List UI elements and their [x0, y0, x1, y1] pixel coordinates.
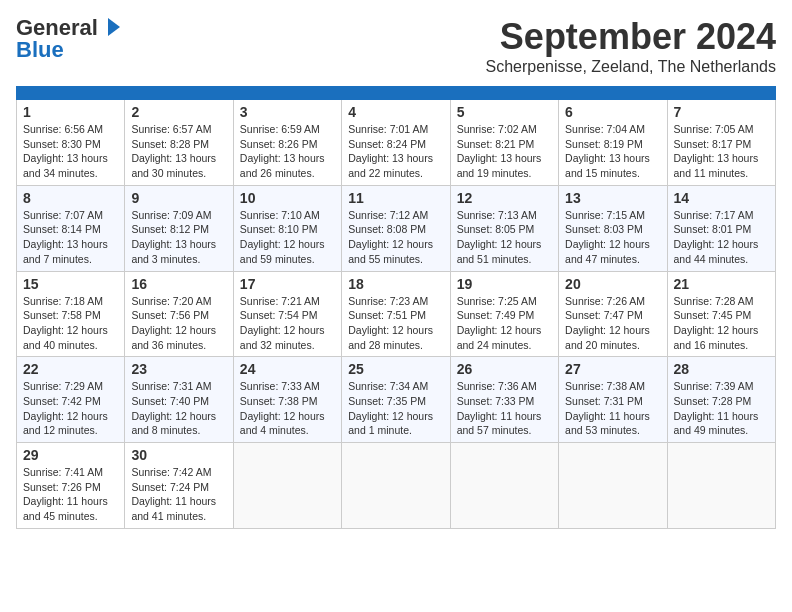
sunset: Sunset: 8:10 PM — [240, 222, 335, 237]
day-info: Sunrise: 7:01 AM Sunset: 8:24 PM Dayligh… — [348, 122, 443, 181]
day-info: Sunrise: 7:09 AM Sunset: 8:12 PM Dayligh… — [131, 208, 226, 267]
day-info: Sunrise: 7:17 AM Sunset: 8:01 PM Dayligh… — [674, 208, 769, 267]
calendar-cell: 14 Sunrise: 7:17 AM Sunset: 8:01 PM Dayl… — [667, 185, 775, 271]
daylight: Daylight: 12 hours and 32 minutes. — [240, 323, 335, 352]
daylight: Daylight: 13 hours and 15 minutes. — [565, 151, 660, 180]
sunset: Sunset: 7:26 PM — [23, 480, 118, 495]
col-sunday — [17, 87, 125, 100]
sunrise: Sunrise: 7:02 AM — [457, 122, 552, 137]
sunrise: Sunrise: 7:10 AM — [240, 208, 335, 223]
daylight: Daylight: 12 hours and 12 minutes. — [23, 409, 118, 438]
sunset: Sunset: 7:28 PM — [674, 394, 769, 409]
day-number: 26 — [457, 361, 552, 377]
page-subtitle: Scherpenisse, Zeeland, The Netherlands — [485, 58, 776, 76]
day-number: 11 — [348, 190, 443, 206]
daylight: Daylight: 12 hours and 28 minutes. — [348, 323, 443, 352]
calendar-cell: 25 Sunrise: 7:34 AM Sunset: 7:35 PM Dayl… — [342, 357, 450, 443]
daylight: Daylight: 12 hours and 36 minutes. — [131, 323, 226, 352]
day-info: Sunrise: 7:31 AM Sunset: 7:40 PM Dayligh… — [131, 379, 226, 438]
calendar-cell: 28 Sunrise: 7:39 AM Sunset: 7:28 PM Dayl… — [667, 357, 775, 443]
calendar-cell: 17 Sunrise: 7:21 AM Sunset: 7:54 PM Dayl… — [233, 271, 341, 357]
daylight: Daylight: 12 hours and 40 minutes. — [23, 323, 118, 352]
sunrise: Sunrise: 7:39 AM — [674, 379, 769, 394]
sunrise: Sunrise: 7:05 AM — [674, 122, 769, 137]
day-info: Sunrise: 7:39 AM Sunset: 7:28 PM Dayligh… — [674, 379, 769, 438]
calendar-cell: 18 Sunrise: 7:23 AM Sunset: 7:51 PM Dayl… — [342, 271, 450, 357]
sunrise: Sunrise: 7:15 AM — [565, 208, 660, 223]
calendar-cell: 29 Sunrise: 7:41 AM Sunset: 7:26 PM Dayl… — [17, 443, 125, 529]
calendar-cell: 11 Sunrise: 7:12 AM Sunset: 8:08 PM Dayl… — [342, 185, 450, 271]
calendar-cell: 21 Sunrise: 7:28 AM Sunset: 7:45 PM Dayl… — [667, 271, 775, 357]
sunrise: Sunrise: 6:59 AM — [240, 122, 335, 137]
day-number: 28 — [674, 361, 769, 377]
sunset: Sunset: 7:42 PM — [23, 394, 118, 409]
calendar-cell: 30 Sunrise: 7:42 AM Sunset: 7:24 PM Dayl… — [125, 443, 233, 529]
daylight: Daylight: 12 hours and 20 minutes. — [565, 323, 660, 352]
calendar-cell — [450, 443, 558, 529]
day-number: 13 — [565, 190, 660, 206]
day-info: Sunrise: 7:02 AM Sunset: 8:21 PM Dayligh… — [457, 122, 552, 181]
day-info: Sunrise: 7:41 AM Sunset: 7:26 PM Dayligh… — [23, 465, 118, 524]
day-number: 29 — [23, 447, 118, 463]
day-info: Sunrise: 7:20 AM Sunset: 7:56 PM Dayligh… — [131, 294, 226, 353]
calendar-cell: 27 Sunrise: 7:38 AM Sunset: 7:31 PM Dayl… — [559, 357, 667, 443]
sunset: Sunset: 7:49 PM — [457, 308, 552, 323]
sunset: Sunset: 7:58 PM — [23, 308, 118, 323]
sunrise: Sunrise: 7:36 AM — [457, 379, 552, 394]
sunrise: Sunrise: 7:18 AM — [23, 294, 118, 309]
daylight: Daylight: 13 hours and 26 minutes. — [240, 151, 335, 180]
daylight: Daylight: 11 hours and 45 minutes. — [23, 494, 118, 523]
calendar-header-row — [17, 87, 776, 100]
day-info: Sunrise: 6:59 AM Sunset: 8:26 PM Dayligh… — [240, 122, 335, 181]
daylight: Daylight: 11 hours and 41 minutes. — [131, 494, 226, 523]
daylight: Daylight: 12 hours and 51 minutes. — [457, 237, 552, 266]
day-number: 14 — [674, 190, 769, 206]
day-number: 21 — [674, 276, 769, 292]
day-number: 10 — [240, 190, 335, 206]
day-number: 3 — [240, 104, 335, 120]
sunset: Sunset: 8:30 PM — [23, 137, 118, 152]
sunset: Sunset: 8:12 PM — [131, 222, 226, 237]
sunset: Sunset: 7:40 PM — [131, 394, 226, 409]
sunrise: Sunrise: 7:42 AM — [131, 465, 226, 480]
sunrise: Sunrise: 7:31 AM — [131, 379, 226, 394]
col-thursday — [450, 87, 558, 100]
calendar-cell: 9 Sunrise: 7:09 AM Sunset: 8:12 PM Dayli… — [125, 185, 233, 271]
daylight: Daylight: 11 hours and 49 minutes. — [674, 409, 769, 438]
daylight: Daylight: 12 hours and 59 minutes. — [240, 237, 335, 266]
calendar-cell: 16 Sunrise: 7:20 AM Sunset: 7:56 PM Dayl… — [125, 271, 233, 357]
day-number: 16 — [131, 276, 226, 292]
sunset: Sunset: 8:19 PM — [565, 137, 660, 152]
day-info: Sunrise: 7:23 AM Sunset: 7:51 PM Dayligh… — [348, 294, 443, 353]
day-info: Sunrise: 7:12 AM Sunset: 8:08 PM Dayligh… — [348, 208, 443, 267]
daylight: Daylight: 13 hours and 3 minutes. — [131, 237, 226, 266]
day-info: Sunrise: 6:57 AM Sunset: 8:28 PM Dayligh… — [131, 122, 226, 181]
sunset: Sunset: 8:28 PM — [131, 137, 226, 152]
sunset: Sunset: 7:45 PM — [674, 308, 769, 323]
sunset: Sunset: 7:33 PM — [457, 394, 552, 409]
daylight: Daylight: 12 hours and 24 minutes. — [457, 323, 552, 352]
sunrise: Sunrise: 7:26 AM — [565, 294, 660, 309]
day-number: 4 — [348, 104, 443, 120]
sunrise: Sunrise: 7:09 AM — [131, 208, 226, 223]
calendar-week-5: 29 Sunrise: 7:41 AM Sunset: 7:26 PM Dayl… — [17, 443, 776, 529]
col-wednesday — [342, 87, 450, 100]
day-info: Sunrise: 7:07 AM Sunset: 8:14 PM Dayligh… — [23, 208, 118, 267]
day-number: 15 — [23, 276, 118, 292]
day-number: 1 — [23, 104, 118, 120]
day-info: Sunrise: 7:29 AM Sunset: 7:42 PM Dayligh… — [23, 379, 118, 438]
calendar-cell — [559, 443, 667, 529]
sunrise: Sunrise: 7:33 AM — [240, 379, 335, 394]
sunset: Sunset: 7:35 PM — [348, 394, 443, 409]
day-number: 8 — [23, 190, 118, 206]
day-number: 23 — [131, 361, 226, 377]
day-info: Sunrise: 7:15 AM Sunset: 8:03 PM Dayligh… — [565, 208, 660, 267]
day-number: 6 — [565, 104, 660, 120]
calendar-cell: 10 Sunrise: 7:10 AM Sunset: 8:10 PM Dayl… — [233, 185, 341, 271]
calendar-cell: 3 Sunrise: 6:59 AM Sunset: 8:26 PM Dayli… — [233, 100, 341, 186]
logo: General Blue — [16, 16, 122, 62]
daylight: Daylight: 12 hours and 47 minutes. — [565, 237, 660, 266]
day-number: 9 — [131, 190, 226, 206]
col-monday — [125, 87, 233, 100]
calendar-week-2: 8 Sunrise: 7:07 AM Sunset: 8:14 PM Dayli… — [17, 185, 776, 271]
